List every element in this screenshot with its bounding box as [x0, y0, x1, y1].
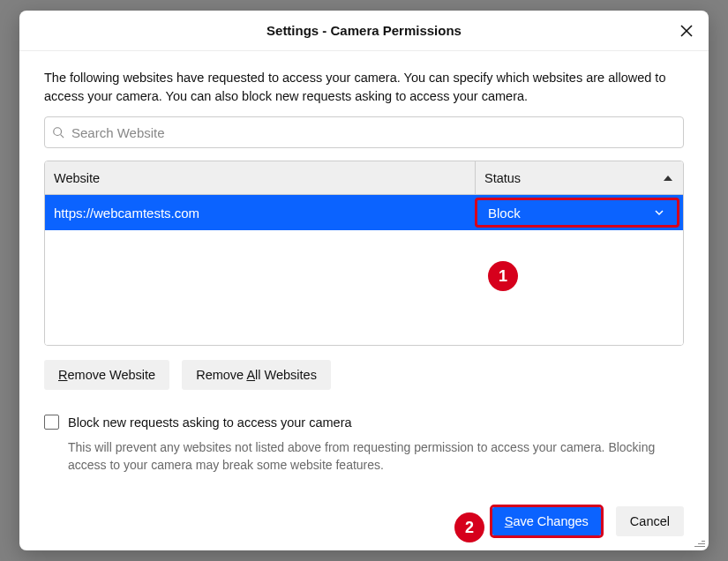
cancel-button[interactable]: Cancel [616, 506, 684, 536]
svg-point-2 [54, 128, 62, 136]
block-new-requests-row: Block new requests asking to access your… [44, 415, 684, 430]
sort-ascending-icon [664, 176, 672, 181]
block-new-requests-label: Block new requests asking to access your… [68, 415, 352, 430]
annotation-2: 2 [454, 512, 484, 542]
table-empty-area [45, 230, 683, 345]
save-button-highlight: Save Changes [490, 505, 604, 538]
dialog-titlebar: Settings - Camera Permissions [19, 11, 709, 51]
status-dropdown[interactable]: Block [475, 198, 679, 228]
close-button[interactable] [673, 18, 700, 44]
annotation-1: 1 [488, 261, 518, 291]
remove-all-websites-button[interactable]: Remove All Websites [182, 360, 331, 390]
cell-status: Block [475, 196, 683, 229]
block-new-requests-hint: This will prevent any websites not liste… [68, 438, 684, 475]
status-value: Block [488, 206, 521, 221]
cell-website: https://webcamtests.com [45, 206, 475, 221]
table-header: Website Status [45, 161, 683, 195]
block-new-requests-checkbox[interactable] [44, 415, 59, 430]
remove-website-button[interactable]: Remove Website [44, 360, 169, 390]
dialog-footer: Save Changes Cancel [44, 494, 684, 538]
settings-dialog: Settings - Camera Permissions The follow… [19, 11, 709, 550]
dialog-title: Settings - Camera Permissions [266, 23, 462, 38]
intro-text: The following websites have requested to… [44, 69, 684, 106]
search-icon [52, 126, 64, 138]
close-icon [679, 24, 694, 38]
dialog-content: The following websites have requested to… [19, 51, 709, 550]
resize-grip[interactable] [693, 535, 705, 547]
website-table: Website Status https://webcamtests.com B… [44, 161, 684, 346]
column-header-website[interactable]: Website [45, 161, 475, 194]
column-header-status[interactable]: Status [475, 161, 683, 194]
chevron-down-icon [654, 207, 664, 218]
search-input[interactable] [70, 124, 676, 141]
table-row[interactable]: https://webcamtests.com Block [45, 195, 683, 230]
column-header-status-label: Status [484, 171, 521, 185]
search-box[interactable] [44, 116, 684, 148]
row-actions: Remove Website Remove All Websites [44, 360, 684, 390]
svg-line-3 [61, 135, 64, 138]
save-changes-button[interactable]: Save Changes [492, 507, 601, 535]
